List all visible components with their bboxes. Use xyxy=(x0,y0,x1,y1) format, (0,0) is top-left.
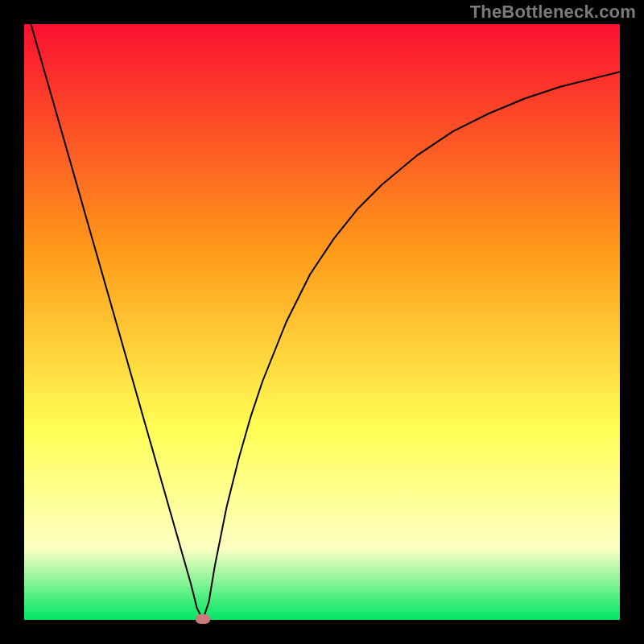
chart-svg xyxy=(24,24,620,620)
plot-area xyxy=(24,24,620,620)
watermark-label: TheBottleneck.com xyxy=(470,2,636,23)
chart-frame: TheBottleneck.com xyxy=(0,0,644,644)
gradient-background xyxy=(24,24,620,620)
